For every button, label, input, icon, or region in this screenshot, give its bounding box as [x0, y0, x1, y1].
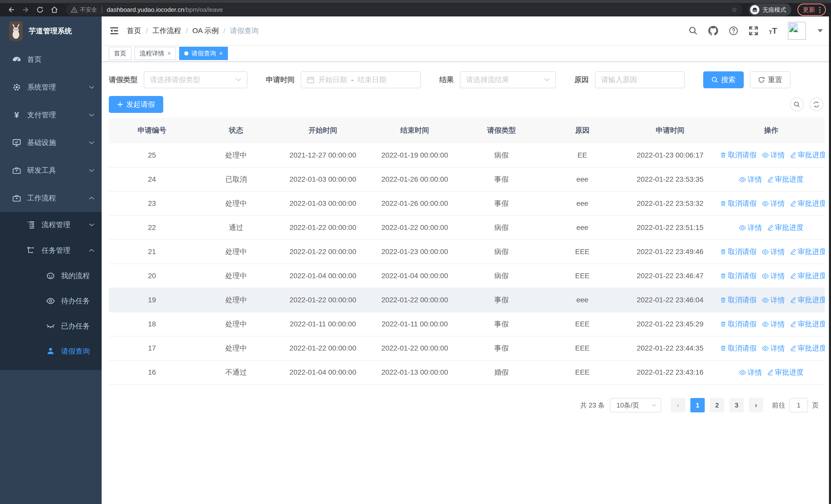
cancel-leave-link[interactable]: 取消请假 [720, 343, 756, 353]
approval-progress-link[interactable]: 审批进度 [767, 367, 804, 377]
detail-link[interactable]: 详情 [762, 247, 785, 257]
cell-type: 事假 [461, 312, 542, 336]
cancel-leave-link[interactable]: 取消请假 [720, 295, 756, 305]
cell-end: 2022-01-13 00:00:00 [369, 360, 461, 384]
sidebar-item-workflow[interactable]: 工作流程 [0, 184, 102, 212]
cell-end: 2022-01-22 00:00:00 [369, 288, 461, 312]
edit-icon [790, 152, 796, 158]
result-select[interactable]: 请选择流结果 [460, 71, 556, 88]
approval-progress-link[interactable]: 审批进度 [790, 247, 825, 257]
sidebar-item-devtools[interactable]: 研发工具 [0, 156, 102, 184]
page-button-2[interactable]: 2 [710, 398, 724, 412]
refresh-table-button[interactable] [809, 97, 823, 111]
app-title: 芋道管理系统 [29, 26, 72, 36]
cell-actions: 详情审批进度 [718, 360, 825, 384]
detail-link[interactable]: 详情 [739, 223, 762, 233]
cell-end: 2022-01-23 00:00:00 [369, 240, 461, 264]
security-warning[interactable]: 不安全 [71, 6, 97, 13]
toggle-search-button[interactable] [790, 97, 804, 111]
date-range-picker[interactable]: 开始日期 - 结束日期 [301, 71, 421, 88]
cell-status: 处理中 [195, 264, 277, 288]
detail-link[interactable]: 详情 [762, 199, 785, 209]
sidebar-item-payment[interactable]: ¥ 支付管理 [0, 101, 102, 129]
approval-progress-link[interactable]: 审批进度 [790, 343, 825, 353]
browser-reload-icon[interactable] [34, 4, 46, 16]
breadcrumb-workflow[interactable]: 工作流程 [152, 26, 181, 36]
cell-actions: 取消请假详情审批进度 [718, 312, 825, 336]
browser-back-icon[interactable] [5, 4, 18, 16]
bookmark-star-icon[interactable]: ☆ [732, 6, 737, 13]
tab-home[interactable]: 首页 [109, 47, 132, 60]
detail-link[interactable]: 详情 [762, 150, 785, 160]
sidebar-item-todo-tasks[interactable]: 待办任务 [0, 289, 102, 314]
close-icon[interactable]: × [219, 50, 223, 57]
breadcrumb-home[interactable]: 首页 [127, 26, 141, 36]
sidebar-item-leave-query[interactable]: 请假查询 [0, 339, 102, 364]
cancel-leave-link[interactable]: 取消请假 [720, 271, 756, 281]
github-icon[interactable] [708, 26, 718, 36]
cancel-leave-link[interactable]: 取消请假 [720, 150, 756, 160]
app-logo[interactable]: 芋道管理系统 [0, 17, 102, 46]
tab-leave-query[interactable]: 请假查询× [179, 47, 228, 60]
chevron-down-icon [89, 85, 94, 89]
cell-id: 24 [109, 167, 195, 191]
browser-forward-icon[interactable] [20, 4, 32, 16]
sidebar-item-system[interactable]: 系统管理 [0, 73, 102, 101]
reason-input[interactable]: 请输入原因 [595, 71, 685, 88]
leave-type-select[interactable]: 请选择请假类型 [144, 71, 248, 88]
sidebar-item-home[interactable]: 首页 [0, 46, 102, 73]
col-actions: 操作 [718, 118, 825, 143]
cell-type: 事假 [461, 191, 542, 215]
sidebar-collapse-icon[interactable] [110, 27, 119, 35]
approval-progress-link[interactable]: 审批进度 [767, 223, 804, 233]
tab-process-detail[interactable]: 流程详情× [135, 47, 176, 60]
page: 不安全 dashboard.yudao.iocoder.cn/bpm/oa/le… [0, 0, 831, 504]
font-size-icon[interactable]: TT [769, 27, 777, 35]
avatar-caret-icon[interactable] [818, 29, 823, 32]
close-icon[interactable]: × [167, 50, 171, 57]
help-icon[interactable] [729, 26, 738, 35]
browser-menu-icon[interactable] [819, 7, 821, 13]
prev-page-button[interactable]: ‹ [671, 398, 685, 412]
approval-progress-link[interactable]: 审批进度 [790, 271, 825, 281]
next-page-button[interactable]: › [749, 398, 763, 412]
detail-link[interactable]: 详情 [762, 344, 785, 353]
reset-button[interactable]: 重置 [750, 71, 791, 88]
approval-progress-link[interactable]: 审批进度 [790, 199, 825, 208]
sidebar-item-my-process[interactable]: 我的流程 [0, 263, 102, 289]
sidebar-item-process-mgmt[interactable]: 流程管理 [0, 212, 102, 238]
fullscreen-icon[interactable] [749, 26, 758, 35]
cancel-leave-link[interactable]: 取消请假 [720, 247, 756, 257]
search-icon[interactable] [689, 26, 697, 35]
avatar[interactable] [788, 22, 806, 40]
cell-id: 20 [109, 264, 195, 288]
detail-link[interactable]: 详情 [739, 368, 762, 378]
page-button-3[interactable]: 3 [729, 398, 744, 412]
approval-progress-link[interactable]: 审批进度 [790, 319, 825, 329]
create-leave-button[interactable]: 发起请假 [109, 96, 163, 113]
sidebar-item-done-tasks[interactable]: 已办任务 [0, 314, 102, 339]
sidebar-item-task-mgmt[interactable]: 任务管理 [0, 238, 102, 263]
breadcrumb-oa[interactable]: OA 示例 [193, 26, 219, 36]
leave-table: 申请编号 状态 开始时间 结束时间 请假类型 原因 申请时间 操作 25处理中2… [109, 118, 825, 385]
url-bar[interactable]: 不安全 dashboard.yudao.iocoder.cn/bpm/oa/le… [66, 4, 742, 16]
sidebar-item-infra[interactable]: 基础设施 [0, 129, 102, 156]
browser-home-icon[interactable] [48, 4, 61, 16]
detail-link[interactable]: 详情 [762, 320, 785, 329]
approval-progress-link[interactable]: 审批进度 [790, 150, 825, 160]
total-count: 共 23 条 [580, 401, 605, 410]
navbar: 首页 / 工作流程 / OA 示例 / 请假查询 TT [102, 17, 831, 46]
page-button-1[interactable]: 1 [690, 398, 705, 412]
detail-link[interactable]: 详情 [739, 175, 762, 184]
approval-progress-link[interactable]: 审批进度 [790, 295, 825, 305]
goto-page-input[interactable]: 1 [790, 398, 808, 412]
cancel-leave-link[interactable]: 取消请假 [720, 199, 756, 208]
approval-progress-link[interactable]: 审批进度 [767, 175, 804, 184]
search-button[interactable]: 搜索 [703, 71, 744, 88]
detail-link[interactable]: 详情 [762, 271, 785, 281]
browser-update-button[interactable]: 更新 [797, 4, 826, 16]
detail-link[interactable]: 详情 [762, 295, 785, 305]
page-size-select[interactable]: 10条/页 [610, 398, 661, 412]
cancel-leave-link[interactable]: 取消请假 [720, 319, 756, 329]
cell-reason: EEE [542, 360, 623, 384]
